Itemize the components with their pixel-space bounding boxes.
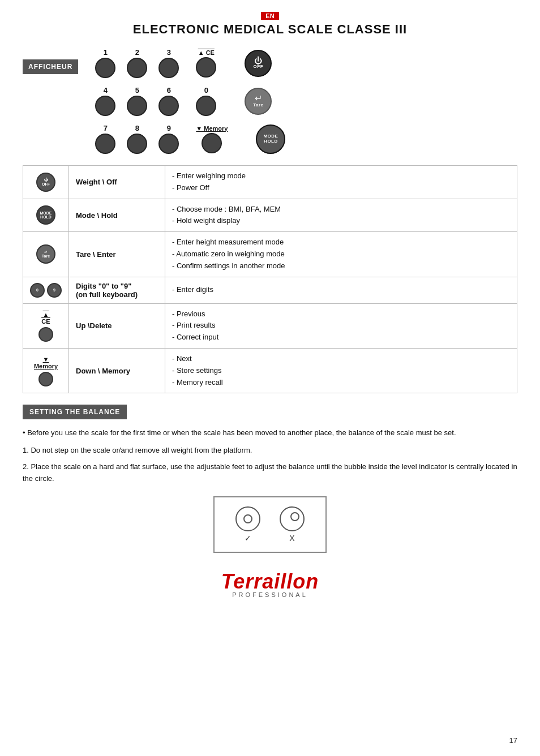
key-ce-up[interactable]: ▲ CE: [196, 49, 216, 78]
icon-cell-off: ⏻OFF: [23, 166, 69, 199]
level-check-indicator: ✓: [235, 506, 260, 543]
name-cell-mode: Mode \ Hold: [69, 199, 165, 232]
name-cell-down: Down \ Memory: [69, 348, 165, 393]
logo-terraillon: Terraillon: [23, 570, 517, 594]
level-diagram: ✓ X: [23, 496, 517, 553]
page-number: 17: [509, 736, 517, 745]
keypad-row-3: 7 8 9 ▼ Memory MODE: [95, 124, 517, 154]
main-title: ELECTRONIC MEDICAL SCALE CLASSE III: [23, 22, 517, 37]
table-row-digits: 0 9 Digits "0" to "9"(on full keyboard) …: [23, 277, 517, 303]
keypad-row-1: 1 2 3 ▲ CE ⏻: [95, 48, 517, 78]
afficheur-label: AFFICHEUR: [23, 59, 78, 74]
table-row-tare: ↵Tare Tare \ Enter - Enter height measur…: [23, 232, 517, 277]
key-9[interactable]: 9: [158, 124, 179, 154]
icon-cell-tare: ↵Tare: [23, 232, 69, 277]
balance-steps: 1. Do not step on the scale or/and remov…: [23, 445, 517, 484]
icon-cell-down: ▼ Memory: [23, 348, 69, 393]
section-header: SETTING THE BALANCE: [23, 405, 127, 419]
header: EN ELECTRONIC MEDICAL SCALE CLASSE III: [23, 11, 517, 37]
key-memory-down[interactable]: ▼ Memory: [196, 125, 228, 153]
level-x-indicator: X: [280, 506, 305, 543]
name-cell-up: Up \Delete: [69, 303, 165, 348]
key-5[interactable]: 5: [127, 86, 147, 116]
icon-cell-mode: MODEHOLD: [23, 199, 69, 232]
desc-cell-tare: - Enter height measurement mode- Automat…: [165, 232, 517, 277]
lang-badge: EN: [261, 12, 278, 20]
icon-cell-up: ▲CE: [23, 303, 69, 348]
desc-cell-mode: - Choose mode : BMI, BFA, MEM- Hold weig…: [165, 199, 517, 232]
key-4[interactable]: 4: [95, 86, 115, 116]
table-row-mode: MODEHOLD Mode \ Hold - Choose mode : BMI…: [23, 199, 517, 232]
reference-table: ⏻OFF Weight \ Off - Enter weighing mode-…: [23, 165, 517, 393]
footer-logo: Terraillon PROFESSIONAL: [23, 570, 517, 598]
key-2[interactable]: 2: [127, 48, 147, 78]
key-3[interactable]: 3: [158, 48, 179, 78]
balance-section: SETTING THE BALANCE • Before you use the…: [23, 405, 517, 552]
name-cell-tare: Tare \ Enter: [69, 232, 165, 277]
key-1[interactable]: 1: [95, 48, 115, 78]
key-mode-hold[interactable]: MODE HOLD: [256, 124, 285, 154]
balance-intro: • Before you use the scale for the first…: [23, 427, 517, 439]
name-cell-weight: Weight \ Off: [69, 166, 165, 199]
table-row-up: ▲CE Up \Delete - Previous- Print results…: [23, 303, 517, 348]
key-off[interactable]: ⏻ OFF: [245, 50, 272, 77]
key-tare[interactable]: ↵ Tare: [245, 88, 272, 115]
keypad-section: AFFICHEUR 1 2 3 ▲ CE: [23, 48, 517, 154]
table-row-down: ▼ Memory Down \ Memory - Next- Store set…: [23, 348, 517, 393]
desc-cell-up: - Previous- Print results- Correct input: [165, 303, 517, 348]
desc-cell-digits: - Enter digits: [165, 277, 517, 303]
key-8[interactable]: 8: [127, 124, 147, 154]
logo-professional: PROFESSIONAL: [23, 591, 517, 598]
key-0[interactable]: 0: [196, 86, 216, 116]
key-6[interactable]: 6: [158, 86, 179, 116]
desc-cell-down: - Next- Store settings- Memory recall: [165, 348, 517, 393]
keypad-grid: 1 2 3 ▲ CE ⏻: [95, 48, 517, 154]
key-7[interactable]: 7: [95, 124, 115, 154]
keypad-row-2: 4 5 6 0 ↵: [95, 86, 517, 116]
icon-cell-digits: 0 9: [23, 277, 69, 303]
level-box: ✓ X: [213, 496, 327, 553]
name-cell-digits: Digits "0" to "9"(on full keyboard): [69, 277, 165, 303]
table-row-weight: ⏻OFF Weight \ Off - Enter weighing mode-…: [23, 166, 517, 199]
desc-cell-weight: - Enter weighing mode- Power Off: [165, 166, 517, 199]
